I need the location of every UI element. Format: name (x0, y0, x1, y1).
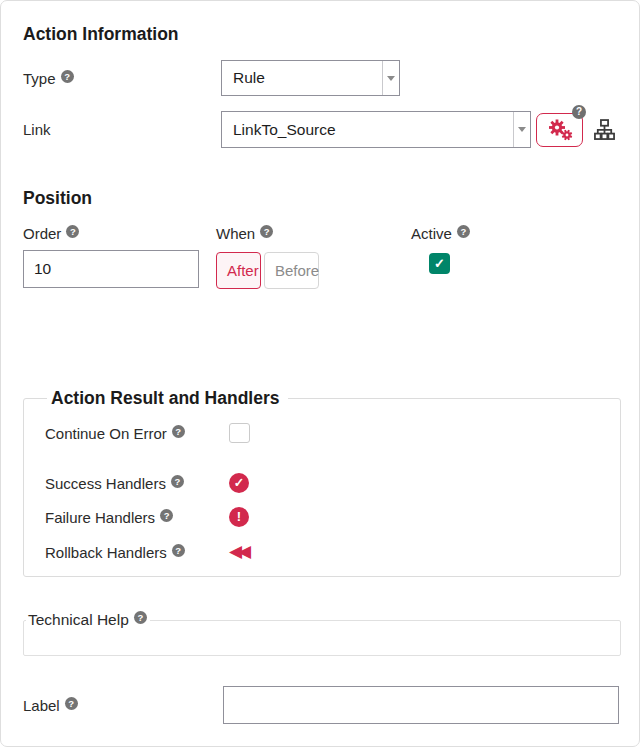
continue-on-error-checkbox[interactable] (229, 423, 250, 443)
rollback-handlers-label: Rollback Handlers (45, 544, 167, 561)
sitemap-icon (594, 119, 615, 140)
type-label-wrap: Type? (23, 70, 221, 87)
order-column: Order? (23, 225, 216, 288)
continue-on-error-label: Continue On Error (45, 425, 167, 442)
when-label: When (216, 225, 255, 242)
order-input[interactable] (23, 250, 199, 288)
success-handlers-row: Success Handlers? ✓ (45, 473, 620, 493)
active-help-icon[interactable]: ? (457, 225, 470, 238)
success-handlers-label: Success Handlers (45, 475, 166, 492)
configure-link-help-icon[interactable]: ? (572, 105, 586, 119)
gears-icon (546, 118, 574, 142)
chevron-down-icon (518, 127, 526, 132)
position-heading: Position (23, 188, 619, 209)
label-input[interactable] (223, 686, 619, 724)
type-dropdown-arrow-box[interactable] (382, 61, 399, 95)
type-select[interactable]: Rule (221, 60, 400, 96)
rollback-handlers-help-icon[interactable]: ? (172, 544, 185, 557)
technical-help-help-icon[interactable]: ? (134, 611, 147, 624)
type-row: Type? Rule (23, 60, 619, 96)
link-select[interactable]: LinkTo_Source (221, 111, 531, 148)
failure-handlers-row: Failure Handlers? ! (45, 507, 620, 527)
link-dropdown-arrow-box[interactable] (513, 112, 530, 147)
type-selected-value: Rule (222, 61, 382, 95)
technical-help-legend: Technical Help? (26, 611, 150, 629)
action-information-heading: Action Information (23, 24, 619, 45)
when-before-button[interactable]: Before (264, 252, 319, 289)
when-column: When? After Before (216, 225, 411, 289)
failure-handlers-label: Failure Handlers (45, 509, 155, 526)
failure-handlers-help-icon[interactable]: ? (160, 509, 173, 522)
technical-help-label: Technical Help (28, 611, 129, 628)
handlers-fieldset: Action Result and Handlers Continue On E… (23, 388, 621, 577)
rollback-handlers-icon[interactable]: ◀◀ (229, 543, 251, 561)
link-selected-value: LinkTo_Source (222, 112, 513, 147)
check-icon: ✓ (434, 256, 445, 271)
chevron-down-icon (387, 76, 395, 81)
continue-on-error-help-icon[interactable]: ? (172, 425, 185, 438)
type-label: Type (23, 70, 56, 87)
check-circle-icon: ✓ (234, 476, 244, 490)
exclamation-circle-icon: ! (237, 509, 241, 524)
when-after-button[interactable]: After (216, 252, 261, 289)
link-label: Link (23, 121, 51, 138)
technical-help-fieldset: Technical Help? (23, 611, 621, 656)
rollback-handlers-row: Rollback Handlers? ◀◀ (45, 543, 620, 561)
active-label: Active (411, 225, 452, 242)
label-field-label-wrap: Label? (23, 697, 223, 714)
continue-on-error-row: Continue On Error? (45, 423, 620, 443)
page-container: Action Information Type? Rule Link LinkT… (0, 0, 640, 747)
label-help-icon[interactable]: ? (65, 697, 78, 710)
order-label: Order (23, 225, 61, 242)
type-help-icon[interactable]: ? (61, 70, 74, 83)
configure-link-button[interactable]: ? (536, 113, 583, 147)
label-row: Label? (23, 686, 619, 724)
active-checkbox[interactable]: ✓ (429, 253, 450, 274)
when-toggle-group: After Before (216, 252, 411, 289)
label-field-label: Label (23, 697, 60, 714)
order-help-icon[interactable]: ? (66, 225, 79, 238)
technical-help-content[interactable] (24, 629, 620, 649)
position-row: Order? When? After Before Active? ✓ (23, 225, 619, 289)
failure-handlers-icon[interactable]: ! (229, 507, 249, 527)
hierarchy-view-button[interactable] (594, 119, 615, 140)
rewind-icon: ◀◀ (229, 542, 247, 561)
active-column: Active? ✓ (411, 225, 619, 274)
when-help-icon[interactable]: ? (260, 225, 273, 238)
link-row: Link LinkTo_Source (23, 111, 619, 148)
success-handlers-icon[interactable]: ✓ (229, 473, 249, 493)
handlers-legend: Action Result and Handlers (47, 388, 288, 409)
link-label-wrap: Link (23, 121, 221, 138)
success-handlers-help-icon[interactable]: ? (171, 475, 184, 488)
